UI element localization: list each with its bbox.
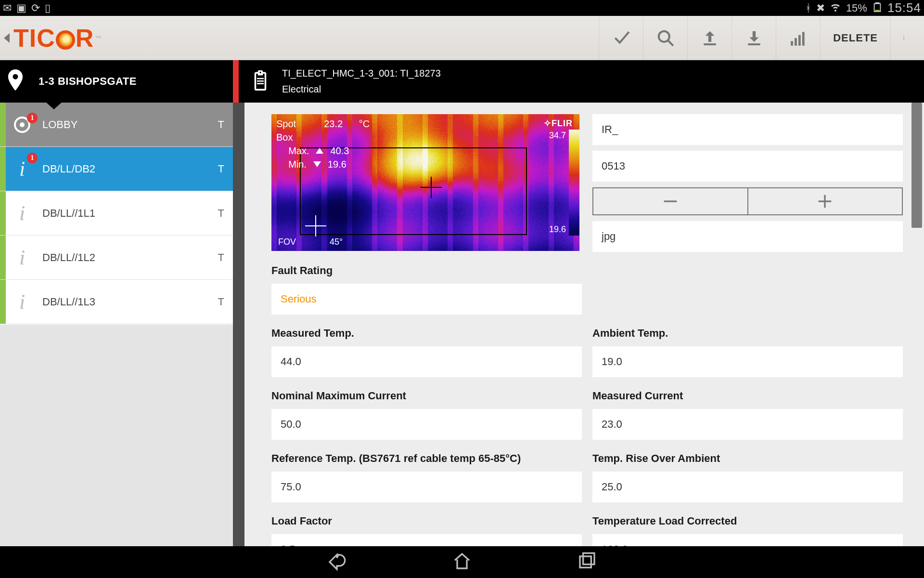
sync-icon: ⟳ — [31, 2, 40, 14]
brand-logo[interactable]: TIC R ™ — [13, 24, 102, 53]
sidebar-list: 1 LOBBY T i 1 DB/LL/DB2 T i DB/LL//1L1 T — [0, 103, 233, 325]
svg-rect-15 — [257, 80, 264, 82]
thermal-scale — [569, 130, 579, 236]
svg-rect-16 — [257, 83, 264, 84]
info-icon: i 1 — [6, 157, 38, 181]
scale-low: 19.6 — [549, 224, 566, 235]
email-icon: ✉ — [3, 2, 12, 14]
badge: 1 — [27, 113, 38, 123]
sidebar-item-label: DB/LL/DB2 — [38, 163, 218, 175]
scrollbar[interactable] — [911, 103, 922, 228]
ambient-temp-label: Ambient Temp. — [592, 327, 903, 340]
bluetooth-icon: ᚼ — [805, 2, 811, 14]
sidebar-item-label: DB/LL//1L3 — [38, 296, 218, 308]
location-name: 1-3 BISHOPSGATE — [38, 75, 137, 88]
app-action-bar: TIC R ™ DELETE — [0, 16, 924, 60]
temp-load-corrected-input[interactable]: 103.9 — [592, 534, 903, 546]
temp-rise-input[interactable]: 25.0 — [592, 472, 903, 502]
location-header[interactable]: 1-3 BISHOPSGATE — [0, 60, 233, 103]
plus-button[interactable] — [748, 188, 902, 214]
signal-button[interactable] — [776, 16, 820, 60]
measured-current-label: Measured Current — [592, 390, 903, 402]
sidebar-item-1l3[interactable]: i DB/LL//1L3 T — [0, 280, 233, 324]
sidebar-item-1l2[interactable]: i DB/LL//1L2 T — [0, 236, 233, 280]
sidebar-item-lobby[interactable]: 1 LOBBY T — [0, 103, 233, 147]
nav-home-button[interactable] — [452, 552, 472, 573]
minus-button[interactable] — [593, 188, 748, 214]
thermal-readout: Spot23.2 °C Box Max.40.3 Min.19.6 — [276, 117, 370, 171]
fov-label: FOV 45° — [278, 237, 343, 247]
red-edge — [233, 60, 239, 103]
nominal-max-current-label: Nominal Maximum Current — [271, 390, 582, 402]
temp-rise-label: Temp. Rise Over Ambient — [592, 452, 903, 465]
stripe — [0, 147, 6, 191]
svg-point-3 — [658, 31, 669, 41]
prefix-input[interactable]: IR_ — [592, 114, 903, 145]
sidebar-item-db2[interactable]: i 1 DB/LL/DB2 T — [0, 147, 233, 191]
confirm-button[interactable] — [599, 16, 643, 60]
vibrate-icon: ✖ — [816, 2, 825, 14]
android-nav-bar — [0, 546, 924, 578]
reference-temp-input[interactable]: 75.0 — [271, 472, 582, 502]
content-header: TI_ELECT_HMC_1-3_001: TI_18273 Electrica… — [233, 60, 924, 103]
svg-rect-2 — [875, 10, 879, 11]
sidebar-spacer — [0, 325, 233, 547]
svg-line-4 — [667, 40, 673, 45]
sidebar-item-label: DB/LL//1L2 — [38, 251, 218, 264]
image-icon: ▣ — [16, 2, 26, 14]
svg-rect-12 — [903, 38, 904, 39]
target-icon: 1 — [6, 117, 38, 133]
brand-o-icon — [56, 30, 75, 50]
delete-button[interactable]: DELETE — [820, 16, 890, 60]
overflow-menu-button[interactable] — [890, 16, 919, 60]
svg-rect-7 — [791, 41, 793, 45]
location-caret-icon — [45, 102, 63, 109]
stripe — [0, 103, 6, 146]
sidebar: 1-3 BISHOPSGATE 1 LOBBY T i 1 DB/LL/DB2 — [0, 60, 233, 546]
measured-temp-input[interactable]: 44.0 — [271, 346, 582, 377]
svg-rect-5 — [704, 43, 716, 45]
back-chevron-icon[interactable] — [4, 33, 10, 43]
main-area: 1-3 BISHOPSGATE 1 LOBBY T i 1 DB/LL/DB2 — [0, 60, 924, 546]
nominal-max-current-input[interactable]: 50.0 — [271, 409, 582, 440]
thermal-image[interactable]: Spot23.2 °C Box Max.40.3 Min.19.6 ✧FLIR … — [271, 114, 579, 251]
svg-rect-14 — [257, 78, 264, 79]
info-icon: i — [6, 201, 38, 225]
sidebar-tag: T — [218, 163, 224, 175]
form-scroll-area[interactable]: Spot23.2 °C Box Max.40.3 Min.19.6 ✧FLIR … — [233, 103, 924, 546]
flir-logo: ✧FLIR — [544, 118, 573, 129]
nav-back-button[interactable] — [327, 552, 346, 573]
sidebar-item-label: DB/LL//1L1 — [38, 207, 218, 220]
search-button[interactable] — [643, 16, 687, 60]
download-button[interactable] — [732, 16, 776, 60]
location-pin-icon — [7, 69, 24, 93]
ambient-temp-input[interactable]: 19.0 — [592, 346, 903, 377]
fault-rating-value[interactable]: Serious — [271, 284, 582, 315]
sidebar-tag: T — [218, 118, 224, 131]
svg-rect-9 — [798, 35, 801, 45]
measured-temp-label: Measured Temp. — [271, 327, 582, 340]
record-subtitle: Electrical — [282, 84, 441, 95]
badge: 1 — [27, 153, 38, 163]
clock-time: 15:54 — [887, 0, 921, 15]
svg-rect-13 — [903, 39, 904, 40]
battery-icon — [872, 0, 883, 16]
serial-input[interactable]: 0513 — [592, 151, 903, 182]
svg-rect-6 — [748, 43, 760, 45]
load-factor-label: Load Factor — [271, 515, 582, 527]
measured-current-input[interactable]: 23.0 — [592, 409, 903, 440]
sidebar-item-label: LOBBY — [38, 118, 218, 131]
load-factor-input[interactable]: 0.5 — [271, 534, 582, 546]
sidebar-item-1l1[interactable]: i DB/LL//1L1 T — [0, 191, 233, 236]
temp-load-corrected-label: Temperature Load Corrected — [592, 515, 903, 527]
upload-button[interactable] — [687, 16, 732, 60]
nav-recent-button[interactable] — [578, 552, 597, 573]
content-panel: TI_ELECT_HMC_1-3_001: TI_18273 Electrica… — [233, 60, 924, 546]
sidebar-tag: T — [218, 251, 224, 264]
android-status-bar: ✉ ▣ ⟳ ▯ ᚼ ✖ 15% 15:54 — [0, 0, 924, 16]
info-icon: i — [6, 289, 38, 314]
svg-rect-10 — [802, 32, 805, 45]
ext-input[interactable]: jpg — [592, 221, 903, 252]
battery-percent: 15% — [846, 2, 867, 14]
wifi-icon — [830, 1, 841, 15]
